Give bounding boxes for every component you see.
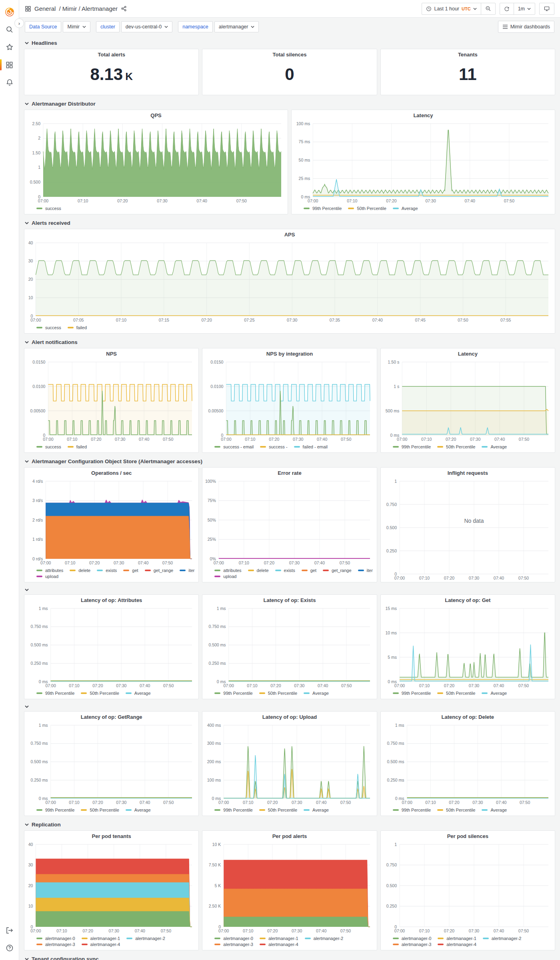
legend-item[interactable]: alertmanager-2 — [483, 936, 522, 941]
legend-item[interactable]: success - — [260, 444, 287, 449]
legend-item[interactable]: 99th Percentile — [304, 206, 342, 211]
zoom-out-button[interactable] — [481, 3, 495, 14]
grafana-logo[interactable] — [2, 3, 18, 21]
legend-item[interactable]: alertmanager-0 — [36, 936, 75, 941]
legend-item[interactable]: get_range — [323, 568, 352, 573]
section-header-untitled[interactable] — [25, 702, 555, 710]
legend-item[interactable]: 50th Percentile — [348, 206, 386, 211]
legend-item[interactable]: attributes — [214, 568, 241, 573]
legend-item[interactable]: alertmanager-1 — [82, 936, 120, 941]
time-range-picker[interactable]: Last 1 hour UTC — [422, 3, 480, 14]
legend-item[interactable]: alertmanager-2 — [305, 936, 344, 941]
legend-item[interactable]: Average — [482, 808, 507, 812]
dashboards-icon[interactable] — [2, 56, 18, 74]
mimir-dashboards-button[interactable]: Mimir dashboards — [498, 21, 554, 33]
legend-item[interactable]: 99th Percentile — [393, 444, 431, 449]
legend-item[interactable]: alertmanager-4 — [82, 942, 120, 947]
section-header-tenant-configuration-sync[interactable]: Tenant configuration sync — [25, 954, 555, 960]
legend-item[interactable]: alertmanager-1 — [438, 936, 476, 941]
refresh-interval-picker[interactable]: 1m — [514, 3, 535, 14]
panel-title[interactable]: Tenants — [381, 49, 555, 60]
latency-op-upload-chart[interactable]: 0 ms100 ms200 ms300 ms400 ms07:0007:1007… — [203, 722, 373, 806]
panel-title[interactable]: Error rate — [202, 468, 376, 478]
latency-op-get-chart[interactable]: 0 ms5 ms10 ms15 ms07:0007:1007:2007:3007… — [382, 605, 552, 690]
section-header-alerts-received[interactable]: Alerts received — [25, 218, 555, 228]
qps-chart[interactable]: 00.50011.5022.5007:0007:1007:2007:3007:4… — [25, 120, 284, 205]
tv-mode-button[interactable] — [539, 3, 554, 15]
error-rate-chart[interactable]: 0%25%50%75%100%07:0007:1007:2007:3007:40… — [203, 478, 373, 567]
panel-title[interactable]: Total silences — [202, 49, 376, 60]
panel-title[interactable]: Latency of op: GetRange — [24, 712, 198, 722]
refresh-button[interactable] — [500, 3, 514, 14]
panel-title[interactable]: Inflight requests — [381, 468, 555, 478]
sign-out-icon[interactable] — [2, 922, 18, 939]
legend-item[interactable]: 50th Percentile — [437, 808, 475, 812]
panel-title[interactable]: Total alerts — [24, 49, 198, 60]
legend-item[interactable]: failed - email — [294, 444, 328, 449]
panel-title[interactable]: Latency — [292, 110, 555, 120]
legend-item[interactable]: iter — [358, 568, 373, 573]
sidebar-expand-button[interactable]: › — [14, 18, 24, 28]
legend-item[interactable]: alertmanager-3 — [214, 942, 253, 947]
legend-item[interactable]: get_range — [145, 568, 174, 573]
panel-title[interactable]: Latency of op: Attributes — [24, 595, 198, 605]
legend-item[interactable]: delete — [248, 568, 269, 573]
nps-chart[interactable]: 00.005000.01000.015007:0007:1007:2007:30… — [25, 359, 195, 443]
help-icon[interactable] — [2, 939, 18, 957]
legend-item[interactable]: 99th Percentile — [36, 808, 74, 812]
section-header-headlines[interactable]: Headlines — [25, 38, 555, 48]
legend-item[interactable]: success — [36, 444, 61, 449]
variable-value-dropdown[interactable]: alertmanager — [214, 21, 259, 32]
panel-title[interactable]: Per pod alerts — [202, 831, 376, 841]
legend-item[interactable]: 99th Percentile — [393, 808, 431, 812]
nps-by-integration-chart[interactable]: 00.005000.01000.015007:0007:1007:2007:30… — [203, 359, 373, 443]
aps-chart[interactable]: 01020304007:0007:0507:1007:1507:2007:250… — [25, 240, 552, 324]
panel-title[interactable]: NPS by integration — [202, 348, 376, 359]
legend-item[interactable]: iter — [180, 568, 194, 573]
legend-item[interactable]: 50th Percentile — [259, 808, 297, 812]
legend-item[interactable]: attributes — [36, 568, 63, 573]
legend-item[interactable]: Average — [393, 206, 418, 211]
panel-title[interactable]: Per pod tenants — [24, 831, 198, 841]
section-header-untitled[interactable] — [25, 586, 555, 594]
breadcrumb[interactable]: General / Mimir / Alertmanager — [25, 5, 127, 12]
legend-item[interactable]: 99th Percentile — [393, 691, 431, 696]
legend-item[interactable]: exists — [275, 568, 295, 573]
latency-op-exists-chart[interactable]: 0 ms0.250 ms0.500 ms0.750 ms1 ms07:0007:… — [203, 605, 373, 690]
legend-item[interactable]: failed — [68, 444, 87, 449]
legend-item[interactable]: alertmanager-0 — [393, 936, 432, 941]
legend-item[interactable]: 99th Percentile — [214, 691, 252, 696]
variable-value-dropdown[interactable]: dev-us-central-0 — [121, 21, 172, 32]
section-header-alert-notifications[interactable]: Alert notifications — [25, 337, 555, 347]
legend-item[interactable]: Average — [126, 808, 151, 812]
panel-title[interactable]: Latency of op: Delete — [381, 712, 555, 722]
panel-title[interactable]: Latency of op: Upload — [202, 712, 376, 722]
legend-item[interactable]: success — [36, 206, 61, 211]
panel-title[interactable]: Latency of op: Exists — [202, 595, 376, 605]
inflight-requests-chart[interactable]: 00.2500.5000.750107:0007:1007:2007:3007:… — [382, 478, 552, 582]
legend-item[interactable]: upload — [214, 574, 236, 579]
legend-item[interactable]: alertmanager-4 — [438, 942, 476, 947]
legend-item[interactable]: alertmanager-3 — [36, 942, 75, 947]
legend-item[interactable]: Average — [482, 691, 507, 696]
legend-item[interactable]: 50th Percentile — [81, 808, 119, 812]
panel-title[interactable]: APS — [24, 229, 555, 240]
legend-item[interactable]: 50th Percentile — [437, 691, 475, 696]
per-pod-alerts-chart[interactable]: 02.50 K5 K7.50 K10 K07:0007:1007:2007:30… — [203, 841, 373, 935]
legend-item[interactable]: alertmanager-0 — [214, 936, 253, 941]
legend-item[interactable]: alertmanager-4 — [260, 942, 298, 947]
latency-distributor-chart[interactable]: 0 ms25 ms50 ms75 ms100 ms07:0007:1007:20… — [292, 120, 552, 205]
section-header-alertmanager-distributor[interactable]: Alertmanager Distributor — [25, 98, 555, 109]
legend-item[interactable]: alertmanager-2 — [126, 936, 165, 941]
legend-item[interactable]: 50th Percentile — [259, 691, 297, 696]
legend-item[interactable]: exists — [97, 568, 117, 573]
panel-title[interactable]: Latency of op: Get — [381, 595, 555, 605]
legend-item[interactable]: success — [36, 325, 61, 330]
legend-item[interactable]: failed — [68, 325, 87, 330]
latency-op-attributes-chart[interactable]: 0 ms0.250 ms0.500 ms0.750 ms1 ms07:0007:… — [25, 605, 195, 690]
share-icon[interactable] — [121, 6, 127, 12]
ops-per-sec-chart[interactable]: 0 rd/s1 rd/s2 rd/s3 rd/s4 rd/s07:0007:10… — [25, 478, 195, 567]
legend-item[interactable]: success - email — [214, 444, 254, 449]
star-icon[interactable] — [2, 38, 18, 56]
legend-item[interactable]: alertmanager-3 — [393, 942, 432, 947]
